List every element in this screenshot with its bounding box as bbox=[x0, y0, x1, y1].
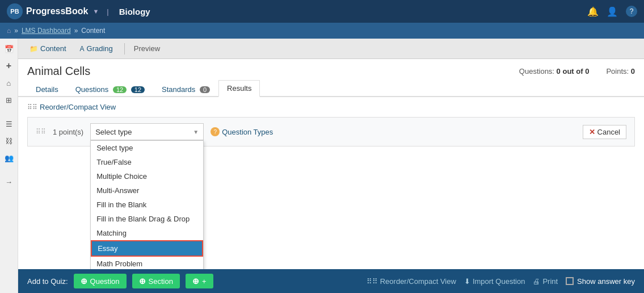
reorder-label: Reorder/Compact View bbox=[40, 103, 116, 111]
course-name: Biology bbox=[119, 7, 150, 16]
dropdown-item-fill-blank[interactable]: Fill in the Blank bbox=[91, 198, 203, 212]
tab-details[interactable]: Details bbox=[27, 81, 67, 97]
sidebar-item-link[interactable]: ⛓ bbox=[1, 133, 17, 149]
tab-results[interactable]: Results bbox=[218, 80, 260, 97]
content-area: ⠿⠿ Reorder/Compact View ⠿⠿ 1 point(s) Se… bbox=[18, 97, 644, 269]
show-answer-key: Show answer key bbox=[566, 277, 635, 286]
select-wrapper: Select type ▼ Select type True/False Mul… bbox=[90, 123, 204, 140]
home-icon[interactable]: ⌂ bbox=[7, 27, 11, 35]
inner-toolbar: 📁 Content A Grading Preview bbox=[18, 39, 644, 59]
tab-grading[interactable]: A Grading bbox=[78, 39, 115, 59]
toolbar-sep bbox=[124, 43, 125, 55]
layout: 📅 + ⌂ ⊞ ☰ ⛓ 👥 → 📁 Content A Grading Prev… bbox=[0, 39, 644, 293]
questions-stat: Questions: 0 out of 0 bbox=[519, 67, 590, 76]
breadcrumb-lms[interactable]: LMS Dashboard bbox=[22, 27, 71, 35]
brand-caret-icon[interactable]: ▼ bbox=[92, 8, 99, 15]
select-placeholder: Select type bbox=[95, 128, 132, 136]
answer-key-checkbox[interactable] bbox=[566, 277, 574, 285]
bottom-reorder-label: Reorder/Compact View bbox=[380, 277, 456, 286]
navbar-left: PB ProgressBook ▼ | Biology bbox=[7, 3, 150, 19]
sidebar: 📅 + ⌂ ⊞ ☰ ⛓ 👥 → bbox=[0, 39, 18, 293]
dropdown-item-math-problem[interactable]: Math Problem bbox=[91, 257, 203, 269]
grading-icon: A bbox=[80, 45, 85, 53]
row-drag-icon: ⠿⠿ bbox=[36, 128, 46, 136]
add-more-button[interactable]: ⊕ + bbox=[186, 274, 213, 288]
dropdown-list: Select type True/False Multiple Choice M… bbox=[90, 140, 204, 269]
add-question-plus-icon: ⊕ bbox=[81, 277, 87, 286]
question-types-link[interactable]: ? Question Types bbox=[211, 127, 273, 136]
print-icon: 🖨 bbox=[533, 277, 540, 286]
brand[interactable]: PB ProgressBook ▼ bbox=[7, 3, 99, 19]
sidebar-item-people[interactable]: 👥 bbox=[1, 150, 17, 166]
tab-standards-badge: 0 bbox=[200, 86, 210, 93]
select-caret-icon: ▼ bbox=[193, 129, 199, 135]
add-section-label: Section bbox=[149, 277, 173, 286]
add-to-quiz-label: Add to Quiz: bbox=[27, 277, 68, 286]
import-question-link[interactable]: ⬇ Import Question bbox=[464, 277, 525, 286]
breadcrumb-sep1: » bbox=[14, 27, 18, 35]
dropdown-item-matching[interactable]: Matching bbox=[91, 226, 203, 240]
brand-logo: PB bbox=[7, 3, 23, 19]
page-header: Animal Cells Questions: 0 out of 0 Point… bbox=[18, 59, 644, 80]
tab-content-label: Content bbox=[40, 44, 66, 53]
sidebar-item-add[interactable]: + bbox=[1, 58, 17, 74]
breadcrumb-sep2: » bbox=[74, 27, 78, 35]
page-stats: Questions: 0 out of 0 Points: 0 bbox=[519, 67, 635, 76]
select-type-dropdown[interactable]: Select type ▼ bbox=[90, 123, 204, 140]
sidebar-item-document[interactable]: ☰ bbox=[1, 116, 17, 132]
add-question-label: Question bbox=[90, 277, 120, 286]
sidebar-item-home[interactable]: ⌂ bbox=[1, 75, 17, 91]
top-navbar: PB ProgressBook ▼ | Biology 🔔 👤 ? bbox=[0, 0, 644, 23]
add-section-button[interactable]: ⊕ Section bbox=[132, 274, 180, 288]
page-title: Animal Cells bbox=[27, 65, 90, 78]
tab-grading-label: Grading bbox=[87, 44, 113, 53]
points-label: 1 point(s) bbox=[53, 128, 83, 136]
sidebar-item-dashboard[interactable]: ⊞ bbox=[1, 92, 17, 108]
add-more-label: + bbox=[202, 277, 207, 286]
dropdown-item-fill-blank-drag[interactable]: Fill in the Blank Drag & Drop bbox=[91, 212, 203, 226]
navbar-right: 🔔 👤 ? bbox=[587, 6, 637, 17]
sidebar-item-arrow[interactable]: → bbox=[1, 174, 17, 190]
print-label: Print bbox=[542, 277, 558, 286]
question-mark-icon: ? bbox=[211, 127, 220, 136]
dropdown-item-multi-answer[interactable]: Multi-Answer bbox=[91, 183, 203, 198]
sidebar-item-calendar[interactable]: 📅 bbox=[1, 41, 17, 57]
print-link[interactable]: 🖨 Print bbox=[533, 277, 558, 286]
reorder-link[interactable]: ⠿⠿ Reorder/Compact View bbox=[27, 103, 635, 111]
dropdown-item-select-type[interactable]: Select type bbox=[91, 141, 203, 155]
tab-preview[interactable]: Preview bbox=[134, 44, 160, 53]
content-icon: 📁 bbox=[30, 45, 38, 53]
cancel-button[interactable]: ✕ Cancel bbox=[583, 125, 626, 139]
dropdown-item-multiple-choice[interactable]: Multiple Choice bbox=[91, 169, 203, 183]
bell-icon[interactable]: 🔔 bbox=[587, 6, 599, 17]
tabs-row: Details Questions 12 12 Standards 0 Resu… bbox=[18, 80, 644, 97]
add-more-plus-icon: ⊕ bbox=[192, 277, 199, 286]
points-stat: Points: 0 bbox=[606, 67, 635, 76]
tab-content[interactable]: 📁 Content bbox=[27, 39, 69, 59]
answer-key-label: Show answer key bbox=[577, 277, 635, 286]
bottom-reorder-link[interactable]: ⠿⠿ Reorder/Compact View bbox=[367, 277, 456, 286]
user-icon[interactable]: 👤 bbox=[607, 6, 618, 17]
bottom-reorder-icon: ⠿⠿ bbox=[367, 277, 378, 286]
bottom-toolbar: Add to Quiz: ⊕ Question ⊕ Section ⊕ + ⠿⠿… bbox=[18, 269, 644, 293]
question-types-label: Question Types bbox=[222, 128, 273, 136]
brand-logo-letters: PB bbox=[10, 8, 19, 15]
tab-questions[interactable]: Questions 12 12 bbox=[67, 81, 153, 97]
tab-questions-label: Questions bbox=[75, 85, 109, 94]
add-question-button[interactable]: ⊕ Question bbox=[74, 274, 127, 288]
add-section-plus-icon: ⊕ bbox=[139, 277, 146, 286]
tab-questions-badge1: 12 bbox=[113, 86, 127, 93]
question-row: ⠿⠿ 1 point(s) Select type ▼ Select type … bbox=[27, 117, 635, 146]
drag-icon: ⠿⠿ bbox=[27, 103, 37, 111]
breadcrumb-bar: ⌂ » LMS Dashboard » Content bbox=[0, 23, 644, 39]
tab-standards-label: Standards bbox=[162, 85, 195, 94]
bottom-right: ⠿⠿ Reorder/Compact View ⬇ Import Questio… bbox=[367, 277, 635, 286]
dropdown-item-true-false[interactable]: True/False bbox=[91, 155, 203, 169]
dropdown-item-essay[interactable]: Essay bbox=[91, 240, 203, 257]
import-icon: ⬇ bbox=[464, 277, 470, 286]
help-icon[interactable]: ? bbox=[626, 6, 637, 17]
brand-name: ProgressBook bbox=[26, 6, 88, 16]
tab-standards[interactable]: Standards 0 bbox=[153, 81, 218, 97]
tab-questions-badge2: 12 bbox=[131, 86, 145, 93]
import-label: Import Question bbox=[473, 277, 525, 286]
